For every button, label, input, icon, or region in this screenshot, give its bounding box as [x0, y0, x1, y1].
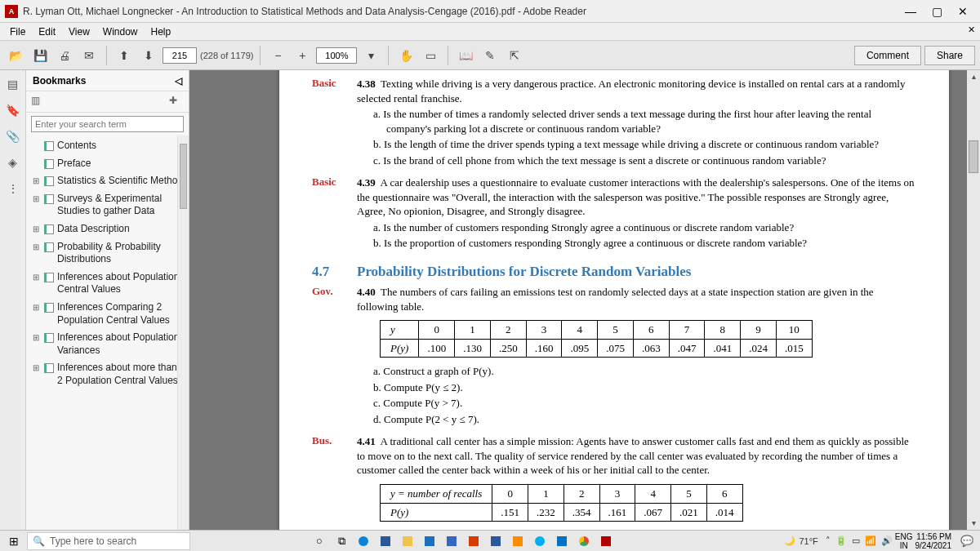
question-number: 4.39 [357, 176, 376, 189]
menu-help[interactable]: Help [145, 24, 178, 39]
zoom-input[interactable] [316, 47, 357, 64]
task-view-icon[interactable]: ⧉ [332, 532, 351, 550]
comment-button[interactable]: Comment [854, 46, 921, 65]
task-cortana-icon[interactable]: ○ [310, 532, 329, 550]
bookmark-icon [44, 273, 54, 282]
question-text: The numbers of cars failing an emissions… [357, 286, 874, 313]
maximize-button[interactable]: ▢ [924, 2, 949, 20]
level-label: Basic [312, 77, 357, 169]
rail-signatures-icon[interactable]: ◈ [4, 153, 22, 171]
tray-notifications-icon[interactable]: 💬 [957, 532, 977, 550]
rail-more-icon[interactable]: ⋮ [4, 180, 22, 198]
rail-pages-icon[interactable]: ▤ [4, 75, 22, 93]
bookmark-search-input[interactable] [31, 116, 184, 132]
pdf-page: Basic 4.38 Texting while driving is a ve… [279, 70, 949, 530]
rail-bookmarks-icon[interactable]: 🔖 [4, 101, 22, 119]
tray-battery-icon[interactable]: 🔋 [835, 535, 847, 546]
share-button[interactable]: Share [924, 46, 975, 65]
email-icon[interactable]: ✉ [78, 45, 100, 66]
scroll-down-icon[interactable]: ▾ [967, 517, 980, 530]
taskbar-language[interactable]: ENGIN [895, 532, 913, 550]
zoom-dropdown-icon[interactable]: ▾ [360, 45, 381, 66]
taskbar-weather[interactable]: 🌙71°F [779, 535, 822, 546]
doc-scrollbar[interactable]: ▴ ▾ [967, 70, 980, 530]
tool-read-icon[interactable]: 📖 [455, 45, 476, 66]
question-part: b. Is the length of time the driver spen… [357, 137, 916, 152]
search-icon: 🔍 [33, 535, 45, 547]
open-icon[interactable]: 📂 [5, 45, 26, 66]
tree-item[interactable]: Contents [31, 137, 185, 155]
tool-sign-icon[interactable]: ✎ [479, 45, 501, 66]
panel-collapse-icon[interactable]: ◁ [175, 75, 182, 87]
tray-up-icon[interactable]: ˄ [826, 535, 831, 546]
page-count: (228 of 1179) [200, 51, 253, 60]
tree-item[interactable]: ⊞Statistics & Scientific Method [31, 172, 185, 190]
question-part: c. Is the brand of cell phone from which… [357, 153, 916, 168]
tree-item[interactable]: ⊞Inferences about Population Central Val… [31, 269, 185, 299]
taskbar-clock[interactable]: 11:56 PM9/24/2021 [915, 532, 956, 550]
tree-item[interactable]: ⊞Inferences about Population Variances [31, 329, 185, 359]
panel-new-icon[interactable]: ✚ [169, 95, 184, 109]
task-explorer-icon[interactable] [398, 532, 417, 550]
question-text: Texting while driving is a very dangerou… [357, 78, 905, 104]
bookmark-icon [44, 176, 54, 186]
bookmark-icon [44, 224, 54, 234]
bookmarks-panel: Bookmarks ◁ ▥ ✚ Contents Preface ⊞Statis… [26, 70, 189, 530]
task-edge-icon[interactable] [354, 532, 373, 550]
task-app2-icon[interactable] [464, 532, 483, 550]
menu-file[interactable]: File [3, 24, 32, 39]
zoom-out-icon[interactable]: − [267, 45, 288, 66]
task-chrome-icon[interactable] [574, 532, 594, 550]
task-word-icon[interactable] [486, 532, 506, 550]
document-area: Basic 4.38 Texting while driving is a ve… [189, 70, 980, 530]
question-part: b. Is the proportion of customers respon… [357, 236, 916, 251]
tool-select-icon[interactable]: ▭ [420, 45, 441, 66]
scroll-up-icon[interactable]: ▴ [967, 70, 980, 83]
tree-item[interactable]: ⊞Inferences about more than 2 Population… [31, 359, 185, 389]
question-part: a. Construct a graph of P(y). [357, 364, 916, 379]
tree-item[interactable]: ⊞Probability & Probability Distributions [31, 238, 185, 269]
tree-item[interactable]: ⊞Data Description [31, 220, 185, 238]
tray-volume-icon[interactable]: 🔊 [881, 535, 893, 546]
print-icon[interactable]: 🖨 [54, 45, 75, 66]
page-number-input[interactable] [163, 47, 197, 64]
tree-item[interactable]: ⊞Surveys & Experimental Studies to gathe… [31, 190, 185, 220]
window-title: R. Lyman Ott, Michael Longnecker - An In… [23, 6, 898, 17]
menu-view[interactable]: View [62, 24, 96, 39]
rail-attachments-icon[interactable]: 📎 [4, 127, 22, 145]
question-part: c. Compute P(y > 7). [357, 396, 916, 411]
save-icon[interactable]: 💾 [29, 45, 51, 66]
tool-hand-icon[interactable]: ✋ [395, 45, 416, 66]
task-mail-icon[interactable] [420, 532, 439, 550]
panel-options-icon[interactable]: ▥ [31, 95, 46, 109]
menu-edit[interactable]: Edit [32, 24, 62, 39]
page-down-icon[interactable]: ⬇ [138, 45, 159, 66]
start-button[interactable]: ⊞ [3, 532, 24, 550]
tree-scrollbar[interactable] [177, 136, 189, 530]
taskbar-search[interactable]: 🔍 Type here to search [27, 532, 190, 550]
tree-item[interactable]: ⊞Inferences Comparing 2 Population Centr… [31, 299, 185, 329]
zoom-in-icon[interactable]: + [292, 45, 313, 66]
tree-item[interactable]: Preface [31, 155, 185, 173]
task-media-icon[interactable] [508, 532, 528, 550]
task-skype-icon[interactable] [530, 532, 550, 550]
close-button[interactable]: ✕ [951, 2, 975, 20]
tool-expand-icon[interactable]: ⇱ [504, 45, 525, 66]
page-up-icon[interactable]: ⬆ [114, 45, 135, 66]
minimize-button[interactable]: — [898, 2, 923, 20]
question-text: A traditional call center has a simple m… [357, 435, 909, 476]
bookmark-icon [44, 303, 54, 313]
task-adobe-icon[interactable] [596, 532, 616, 550]
tray-wifi-icon[interactable]: 📶 [865, 535, 876, 546]
question-number: 4.38 [357, 78, 376, 90]
question-part: a. Is the number of customers responding… [357, 220, 916, 235]
task-app1-icon[interactable] [442, 532, 461, 550]
menu-window[interactable]: Window [96, 24, 145, 39]
question-text: A car dealership uses a questionnaire to… [357, 176, 915, 217]
document-close-button[interactable]: ✕ [968, 24, 975, 35]
tray-display-icon[interactable]: ▭ [852, 535, 860, 546]
left-rail: ▤ 🔖 📎 ◈ ⋮ [0, 70, 26, 530]
toolbar: 📂 💾 🖨 ✉ ⬆ ⬇ (228 of 1179) − + ▾ ✋ ▭ 📖 ✎ … [0, 41, 980, 70]
task-outlook-icon[interactable] [552, 532, 572, 550]
task-store-icon[interactable] [376, 532, 395, 550]
